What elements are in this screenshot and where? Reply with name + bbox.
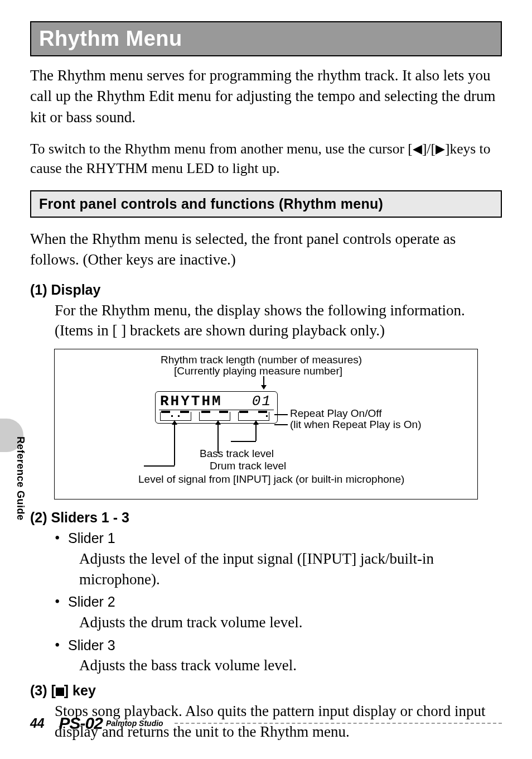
- lcd-tick: [239, 411, 248, 413]
- section-intro: When the Rhythm menu is selected, the fr…: [30, 229, 502, 271]
- arrow-line: [144, 465, 175, 467]
- diagram-input-label: Level of signal from [INPUT] jack (or bu…: [138, 473, 404, 486]
- lcd-tick: [219, 411, 228, 413]
- arrow-line: [217, 424, 219, 453]
- slider-3-name: Slider 3: [68, 637, 115, 653]
- slider-2-desc: Adjusts the drum track volume level.: [79, 612, 502, 633]
- lcd-dot: [178, 415, 180, 417]
- slider-1-name: Slider 1: [68, 530, 115, 546]
- lcd-tick: [201, 411, 210, 413]
- lcd-display: RHYTHM 01: [155, 391, 278, 424]
- slider-2-name: Slider 2: [68, 594, 115, 609]
- lcd-tick: [180, 411, 189, 413]
- arrow-line: [174, 424, 175, 465]
- lcd-divider: [159, 410, 274, 410]
- diagram-top-label-2: [Currently playing measure number]: [174, 365, 342, 378]
- product-logo: PS-02: [59, 714, 103, 733]
- slider-2-row: •Slider 2: [55, 592, 502, 612]
- stop-icon: [56, 688, 64, 696]
- intro2-a: To switch to the Rhythm menu from anothe…: [30, 141, 413, 157]
- item-3-head-suffix: ] key: [64, 683, 96, 698]
- arrow-line: [231, 441, 256, 442]
- footer-dashes: [175, 723, 502, 724]
- lcd-dot: [171, 415, 173, 417]
- footer: 44 PS-02 Palmtop Studio: [30, 712, 502, 734]
- cursor-left-icon: ◀: [413, 142, 422, 156]
- intro2-b: ]/[: [422, 141, 436, 157]
- slider-3-row: •Slider 3: [55, 635, 502, 656]
- arrow-down-icon: [261, 385, 267, 390]
- item-1-head: (1) Display: [30, 282, 502, 298]
- arrow-up-icon: [172, 420, 177, 425]
- intro-paragraph-2: To switch to the Rhythm menu from anothe…: [30, 139, 502, 178]
- section-heading: Front panel controls and functions (Rhyt…: [39, 196, 383, 212]
- bullet-icon: •: [55, 635, 68, 656]
- side-tab: Reference Guide: [0, 419, 28, 580]
- lcd-main-text: RHYTHM: [160, 393, 223, 410]
- lcd-dot: [266, 415, 268, 417]
- lcd-level-1: [160, 412, 191, 421]
- slider-3-desc: Adjusts the bass track volume level.: [79, 655, 502, 676]
- arrow-line: [274, 414, 288, 415]
- arrow-up-icon: [215, 420, 221, 425]
- item-1-body: For the Rhythm menu, the display shows t…: [55, 300, 502, 341]
- diagram-right-label-2: (lit when Repeat Play is On): [290, 419, 422, 431]
- diagram-bass-label: Bass track level: [200, 448, 274, 460]
- lcd-level-3: [238, 412, 269, 421]
- item-display: (1) Display For the Rhythm menu, the dis…: [30, 282, 502, 341]
- lcd-level-2: [199, 412, 230, 421]
- product-logo-sub: Palmtop Studio: [106, 719, 163, 728]
- section-heading-box: Front panel controls and functions (Rhyt…: [30, 190, 502, 218]
- arrow-up-icon: [253, 420, 259, 425]
- slider-1-desc: Adjusts the level of the input signal ([…: [79, 549, 502, 589]
- cursor-right-icon: ▶: [436, 142, 445, 156]
- lcd-number: 01: [252, 393, 272, 410]
- arrow-line: [255, 424, 257, 441]
- side-tab-text: Reference Guide: [14, 436, 26, 521]
- bullet-icon: •: [55, 528, 68, 549]
- lcd-tick: [258, 411, 267, 413]
- page-title: Rhythm Menu: [39, 27, 182, 50]
- title-bar: Rhythm Menu: [30, 21, 502, 56]
- item-sliders: (2) Sliders 1 - 3 •Slider 1 Adjusts the …: [30, 510, 502, 676]
- display-diagram: Rhythm track length (number of measures)…: [54, 349, 478, 499]
- item-2-head: (2) Sliders 1 - 3: [30, 510, 502, 526]
- arrow-line: [274, 424, 288, 425]
- intro-paragraph-1: The Rhythm menu serves for programming t…: [30, 65, 502, 128]
- item-3-head: (3) [] key: [30, 683, 502, 699]
- item-3-head-prefix: (3) [: [30, 683, 56, 698]
- diagram-drum-label: Drum track level: [210, 460, 286, 473]
- slider-1-row: •Slider 1: [55, 528, 502, 549]
- bullet-icon: •: [55, 592, 68, 612]
- page-number: 44: [30, 716, 45, 731]
- lcd-tick: [161, 411, 170, 413]
